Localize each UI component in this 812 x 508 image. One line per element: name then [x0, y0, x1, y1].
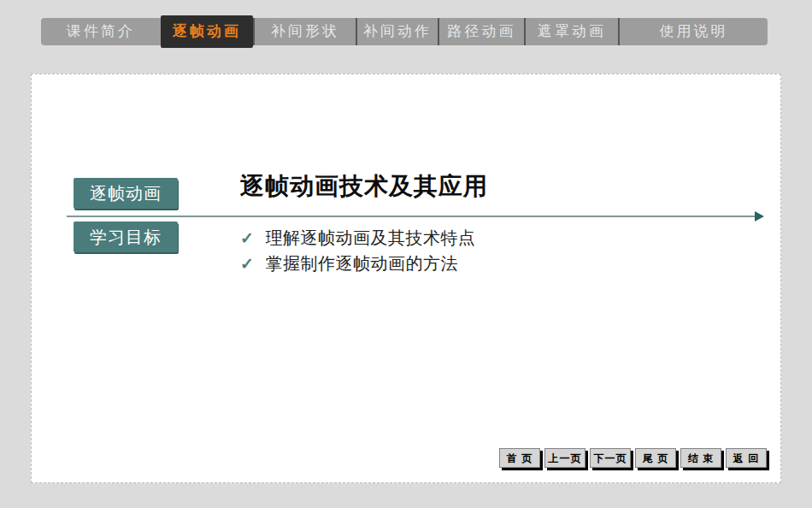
- nav-next-page-button[interactable]: 下一页: [590, 448, 631, 468]
- arrow-right-icon: [755, 211, 764, 222]
- tab-bar: 课件简介 逐帧动画 补间形状 补间动作 路径动画 遮罩动画 使用说明: [41, 18, 768, 45]
- tab-instructions[interactable]: 使用说明: [618, 18, 768, 45]
- section-label: 逐帧动画: [74, 178, 178, 209]
- objective-item: ✓ 掌握制作逐帧动画的方法: [240, 251, 475, 276]
- check-icon: ✓: [240, 228, 254, 248]
- nav-previous-page-button[interactable]: 上一页: [544, 448, 585, 468]
- objective-text: 掌握制作逐帧动画的方法: [265, 252, 458, 275]
- nav-first-page-button[interactable]: 首 页: [499, 448, 540, 468]
- nav-return-button[interactable]: 返 回: [726, 448, 767, 468]
- nav-end-button[interactable]: 结 束: [680, 448, 721, 468]
- objective-list: ✓ 理解逐帧动画及其技术特点 ✓ 掌握制作逐帧动画的方法: [240, 225, 475, 276]
- tab-motion-tween[interactable]: 补间动作: [356, 18, 438, 45]
- title-underline: [67, 216, 755, 217]
- tab-shape-tween[interactable]: 补间形状: [253, 18, 356, 45]
- objective-text: 理解逐帧动画及其技术特点: [265, 227, 475, 250]
- objectives-label: 学习目标: [74, 222, 178, 252]
- tab-course-intro[interactable]: 课件简介: [41, 18, 161, 45]
- check-icon: ✓: [240, 254, 254, 274]
- courseware-window: 课件简介 逐帧动画 补间形状 补间动作 路径动画 遮罩动画 使用说明 逐帧动画 …: [0, 0, 812, 508]
- slide-title: 逐帧动画技术及其应用: [240, 170, 488, 203]
- tab-path-animation[interactable]: 路径动画: [438, 18, 524, 45]
- page-nav: 首 页 上一页 下一页 尾 页 结 束 返 回: [499, 448, 767, 468]
- tab-frame-by-frame-animation[interactable]: 逐帧动画: [161, 15, 253, 48]
- tab-mask-animation[interactable]: 遮罩动画: [524, 18, 618, 45]
- objective-item: ✓ 理解逐帧动画及其技术特点: [240, 225, 475, 251]
- slide-panel: 逐帧动画 逐帧动画技术及其应用 学习目标 ✓ 理解逐帧动画及其技术特点 ✓ 掌握…: [31, 74, 781, 483]
- nav-last-page-button[interactable]: 尾 页: [635, 448, 676, 468]
